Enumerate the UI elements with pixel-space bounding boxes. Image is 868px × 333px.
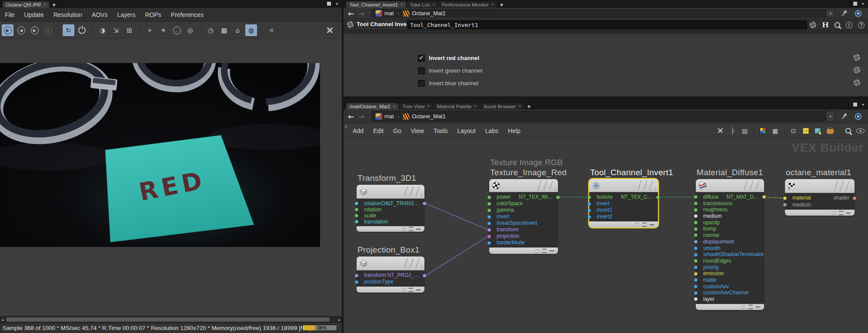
dropdown-icon[interactable]: ▾: [826, 10, 835, 17]
network-tab-material-palette[interactable]: Material Palette×: [434, 103, 480, 110]
network-path-mat[interactable]: mat: [372, 111, 397, 121]
scroll-right-icon[interactable]: ▸: [338, 317, 341, 323]
window-layout-icon[interactable]: ⊡: [789, 127, 798, 135]
scrollbar-thumb[interactable]: [6, 317, 330, 322]
scroll-up-icon[interactable]: ▲: [344, 124, 348, 128]
input-dot[interactable]: [694, 195, 698, 199]
add-image-icon[interactable]: [814, 127, 822, 135]
node-header[interactable]: [589, 179, 658, 192]
input-dot[interactable]: [588, 202, 591, 206]
crop-icon[interactable]: ⌗: [266, 24, 277, 36]
input-dot[interactable]: [694, 240, 698, 243]
input-dot[interactable]: [694, 214, 698, 218]
input-dot[interactable]: [694, 253, 698, 256]
network-back-icon[interactable]: ←: [348, 112, 354, 121]
node-texture_image_red[interactable]: Texture Image RGBTexture_Image_RedpowerN…: [489, 179, 558, 254]
input-dot[interactable]: [694, 266, 698, 269]
param-radial-menu-icon[interactable]: [855, 10, 862, 17]
focus-picker-icon[interactable]: ⌖: [144, 24, 156, 36]
input-dot[interactable]: [694, 285, 698, 288]
input-dot[interactable]: [694, 291, 698, 295]
network-forward-icon[interactable]: →: [358, 112, 364, 121]
param-path-octane_mat1[interactable]: Octane_Mat1: [399, 10, 449, 17]
menu-resolution[interactable]: Resolution: [49, 11, 87, 18]
input-dot[interactable]: [487, 241, 491, 245]
play-icon[interactable]: ▶: [2, 24, 13, 36]
render-viewport[interactable]: RED: [0, 39, 342, 316]
network-path-octane_mat1[interactable]: Octane_Mat1: [399, 111, 449, 121]
clock-icon[interactable]: ◷: [205, 24, 217, 36]
info-icon[interactable]: i: [846, 22, 852, 28]
input-dot[interactable]: [694, 208, 698, 212]
home-icon[interactable]: ⌂: [232, 24, 244, 36]
input-dot[interactable]: [355, 274, 358, 277]
network-menu-add[interactable]: Add: [348, 127, 368, 134]
menu-layers[interactable]: Layers: [112, 11, 140, 18]
close-icon[interactable]: ×: [393, 104, 396, 109]
new-tab-icon[interactable]: +: [527, 103, 531, 110]
network-menu-tools[interactable]: Tools: [429, 127, 453, 134]
network-menu-view[interactable]: View: [406, 127, 429, 134]
power-icon[interactable]: [76, 24, 88, 36]
input-dot[interactable]: [355, 220, 358, 223]
input-dot[interactable]: [694, 246, 698, 250]
window-menu-icon[interactable]: ▾: [862, 103, 864, 107]
param-forward-icon[interactable]: →: [358, 9, 364, 18]
viewport-h-scrollbar[interactable]: ◂ ▸: [0, 316, 342, 323]
checkbox-invert-red-channel[interactable]: ✓: [418, 55, 425, 62]
new-tab-icon[interactable]: +: [52, 2, 56, 8]
input-dot[interactable]: [694, 278, 698, 282]
input-dot[interactable]: [355, 202, 358, 205]
input-dot[interactable]: [783, 196, 787, 200]
skip-forward-icon[interactable]: ▶: [29, 24, 40, 36]
menu-rops[interactable]: ROPs: [140, 11, 166, 18]
input-dot[interactable]: [694, 227, 698, 231]
expand-icon[interactable]: ⇲: [110, 24, 122, 36]
sticky-note-icon[interactable]: [801, 127, 810, 135]
window-maximize-icon[interactable]: [853, 2, 857, 6]
menu-file[interactable]: File: [0, 11, 20, 18]
param-pin-icon[interactable]: [841, 9, 848, 18]
network-tab-asset-browser[interactable]: Asset Browser×: [481, 103, 524, 110]
input-dot[interactable]: [588, 209, 591, 212]
output-dot[interactable]: [656, 196, 660, 199]
network-pin-icon[interactable]: [841, 112, 848, 121]
network-menu-layout[interactable]: Layout: [453, 127, 481, 134]
node-header[interactable]: [357, 256, 424, 270]
grid-icon[interactable]: ▦: [218, 24, 230, 36]
param-h-scrollbar[interactable]: [344, 30, 868, 34]
close-icon[interactable]: ×: [401, 2, 403, 7]
input-dot[interactable]: [487, 222, 491, 225]
node-projection_box1[interactable]: Projection_Box1transformNT_PROJ_…positio…: [357, 256, 424, 293]
add-layer-icon[interactable]: ⊞: [124, 24, 135, 36]
param-menu-gear-icon[interactable]: [854, 79, 860, 87]
network-menu-help[interactable]: Help: [503, 127, 525, 134]
checkbox-invert-green-channel[interactable]: [418, 67, 425, 74]
ipr-tab-octane-qt5-ipr[interactable]: Octane Qt5 IPR×: [3, 1, 49, 8]
close-icon[interactable]: ×: [43, 2, 46, 7]
input-dot[interactable]: [487, 228, 491, 232]
color-palette-icon[interactable]: [759, 127, 767, 135]
input-dot[interactable]: [694, 202, 698, 205]
node-header[interactable]: [785, 179, 855, 193]
input-dot[interactable]: [355, 280, 358, 284]
search-icon[interactable]: [835, 22, 840, 28]
sampling-icon[interactable]: ◍: [245, 24, 257, 36]
node-footer-marks[interactable]: [401, 227, 421, 231]
input-dot[interactable]: [694, 221, 698, 224]
node-footer-marks[interactable]: [831, 211, 851, 215]
param-tab-tool-channel-invert1[interactable]: Tool_Channel_Invert1×: [346, 1, 406, 8]
param-menu-gear-icon[interactable]: [854, 67, 860, 75]
gallery-icon[interactable]: [826, 127, 834, 135]
network-menu-go[interactable]: Go: [388, 127, 406, 134]
node-name-field[interactable]: Tool_Channel_Invert1: [407, 20, 807, 29]
pane-splitter-horizontal[interactable]: [344, 97, 868, 101]
input-dot[interactable]: [694, 272, 698, 276]
input-dot[interactable]: [588, 196, 591, 199]
node-footer-marks[interactable]: [741, 305, 760, 309]
input-dot[interactable]: [487, 235, 491, 238]
exposure-icon[interactable]: ☀: [157, 24, 169, 36]
skip-back-icon[interactable]: ◀: [15, 24, 27, 36]
gear-icon[interactable]: [810, 22, 816, 28]
node-footer-marks[interactable]: [401, 288, 421, 292]
